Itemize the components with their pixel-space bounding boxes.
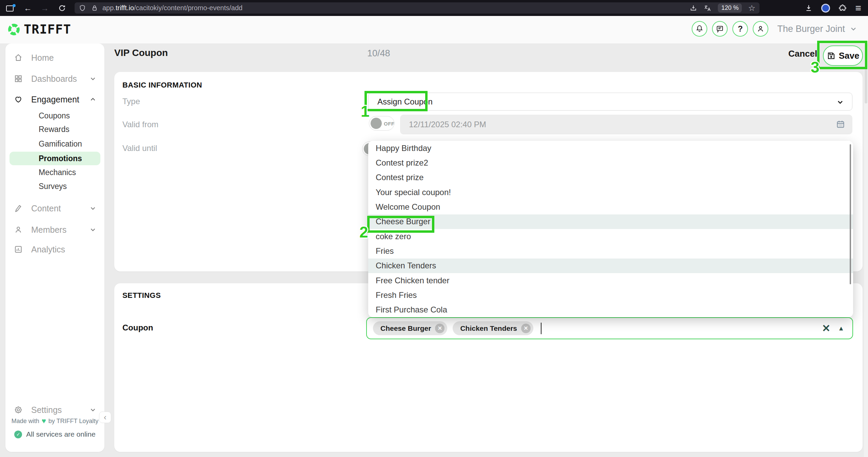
dashboards-icon [14, 74, 23, 83]
dropdown-option-chicken-tenders[interactable]: Chicken Tenders [368, 259, 853, 273]
toggle-knob [371, 118, 382, 129]
puzzle-icon[interactable] [838, 4, 847, 13]
brand-logo[interactable]: TRIFFT [7, 22, 71, 37]
coupon-label: Coupon [122, 323, 153, 332]
page-scrollbar[interactable] [864, 16, 868, 457]
page-title: VIP Coupon [114, 47, 168, 58]
dropdown-option[interactable]: Your special coupon! [368, 185, 853, 199]
forward-icon[interactable]: → [41, 4, 49, 12]
url-bar[interactable]: app.trifft.io/cacitokiy/content/promo-ev… [75, 2, 760, 14]
chevron-down-icon [89, 406, 97, 414]
settings-gear-icon [14, 405, 23, 415]
chevron-down-icon [89, 204, 97, 212]
chip-chicken-tenders: Chicken Tenders ✕ [453, 321, 533, 335]
collapse-dropdown-icon[interactable]: ▲ [838, 325, 844, 331]
chat-icon [715, 24, 724, 33]
dropdown-option[interactable]: Contest prize [368, 170, 853, 185]
sidebar-item-promotions[interactable]: Promotions [9, 152, 100, 165]
help-button[interactable]: ? [732, 21, 748, 37]
sidebar-item-surveys[interactable]: Surveys [5, 179, 104, 193]
sidebar-item-engagement[interactable]: Engagement [5, 93, 104, 106]
sidebar-item-rewards[interactable]: Rewards [5, 122, 104, 136]
clear-selection-icon[interactable]: ✕ [822, 323, 830, 334]
back-icon[interactable]: ← [24, 4, 32, 12]
sidebar-item-content[interactable]: Content [5, 202, 104, 215]
dropdown-option[interactable]: Free Chicken tender [368, 273, 853, 288]
sidebar-item-coupons[interactable]: Coupons [5, 109, 104, 122]
tab-icon[interactable] [6, 4, 15, 12]
valid-from-input[interactable]: 12/11/2025 02:40 PM [400, 115, 852, 134]
workspace-selector[interactable]: The Burger Joint [777, 24, 858, 34]
section-heading: BASIC INFORMATION [122, 81, 202, 90]
type-select-value: Assign Coupon [377, 97, 433, 107]
extension-icon[interactable] [821, 4, 830, 13]
members-icon [14, 225, 23, 234]
sidebar-item-settings[interactable]: Settings [5, 403, 104, 417]
sidebar-footer: Made with♥by TRIFFT Loyalty ✓All service… [5, 417, 104, 438]
chevron-down-icon [89, 75, 97, 83]
type-label: Type [122, 97, 140, 106]
status-check-icon: ✓ [14, 431, 22, 438]
brand-logo-icon [7, 23, 20, 36]
chip-remove-icon[interactable]: ✕ [521, 324, 531, 333]
chat-button[interactable] [712, 21, 728, 37]
downloads-icon[interactable] [804, 4, 813, 13]
sidebar-item-members[interactable]: Members [5, 223, 104, 236]
notification-dot [13, 4, 16, 7]
calendar-icon[interactable] [835, 119, 846, 129]
status-text: All services are online [26, 430, 95, 438]
dropdown-option[interactable]: First Purchase Cola [368, 303, 853, 317]
sidebar-item-analytics[interactable]: Analytics [5, 243, 104, 256]
sidebar: Home Dashboards Engagement Coupons Rewar… [5, 43, 104, 452]
brand-logo-text: TRIFFT [24, 22, 71, 37]
bookmark-star-icon[interactable]: ☆ [748, 3, 755, 13]
home-icon [14, 53, 23, 62]
dropdown-option[interactable]: Happy Birthday [368, 141, 853, 155]
chip-remove-icon[interactable]: ✕ [435, 324, 445, 333]
valid-until-label: Valid until [122, 144, 157, 153]
app-header: TRIFFT ? The Burger Joint [0, 16, 868, 43]
dropdown-option[interactable]: Welcome Coupon [368, 199, 853, 214]
dropdown-option[interactable]: Fries [368, 244, 853, 258]
analytics-icon [14, 245, 23, 254]
chevron-down-icon [849, 24, 858, 33]
chevron-down-icon [836, 98, 845, 107]
coupon-multiselect[interactable]: Cheese Burger ✕ Chicken Tenders ✕ ✕ ▲ [366, 317, 853, 339]
valid-from-toggle[interactable]: OFF [369, 116, 394, 131]
account-button[interactable] [753, 21, 768, 37]
collapse-sidebar-button[interactable]: ‹ [99, 412, 111, 423]
menu-icon[interactable]: ≡ [855, 3, 861, 13]
person-icon [756, 24, 765, 33]
type-select[interactable]: Assign Coupon [368, 93, 852, 111]
save-page-icon[interactable] [689, 4, 697, 12]
chevron-down-icon [89, 226, 97, 234]
dropdown-option-cheese-burger[interactable]: Cheese Burger [368, 214, 853, 229]
dropdown-scrollbar[interactable] [850, 144, 851, 284]
zoom-badge[interactable]: 120 % [718, 3, 742, 13]
translate-icon[interactable] [704, 4, 712, 12]
save-button[interactable]: Save [823, 45, 863, 66]
sidebar-item-home[interactable]: Home [5, 51, 104, 64]
sidebar-item-gamification[interactable]: Gamification [5, 137, 104, 151]
cancel-button[interactable]: Cancel [788, 49, 817, 59]
chip-cheese-burger: Cheese Burger ✕ [373, 321, 447, 335]
floppy-icon [827, 51, 836, 60]
lock-icon[interactable] [91, 4, 98, 12]
reload-icon[interactable] [58, 4, 66, 13]
coupon-dropdown: Happy Birthday Contest prize2 Contest pr… [368, 141, 853, 317]
page-counter: 10/48 [367, 48, 390, 59]
screen: ← → app.trifft.io/cacitokiy/content/prom… [0, 0, 868, 457]
browser-chrome: ← → app.trifft.io/cacitokiy/content/prom… [0, 0, 868, 16]
workspace-name: The Burger Joint [777, 24, 845, 34]
url-text: app.trifft.io/cacitokiy/content/promo-ev… [102, 4, 689, 12]
sidebar-item-mechanics[interactable]: Mechanics [5, 166, 104, 179]
dropdown-option[interactable]: Fresh Fries [368, 288, 853, 302]
dropdown-option[interactable]: Contest prize2 [368, 155, 853, 170]
text-caret [541, 323, 541, 334]
sidebar-item-dashboards[interactable]: Dashboards [5, 72, 104, 85]
section-heading: SETTINGS [122, 291, 161, 300]
dropdown-option[interactable]: coke zero [368, 229, 853, 244]
notifications-button[interactable] [692, 21, 707, 37]
shield-icon[interactable] [79, 4, 86, 12]
chevron-up-icon [89, 95, 97, 103]
